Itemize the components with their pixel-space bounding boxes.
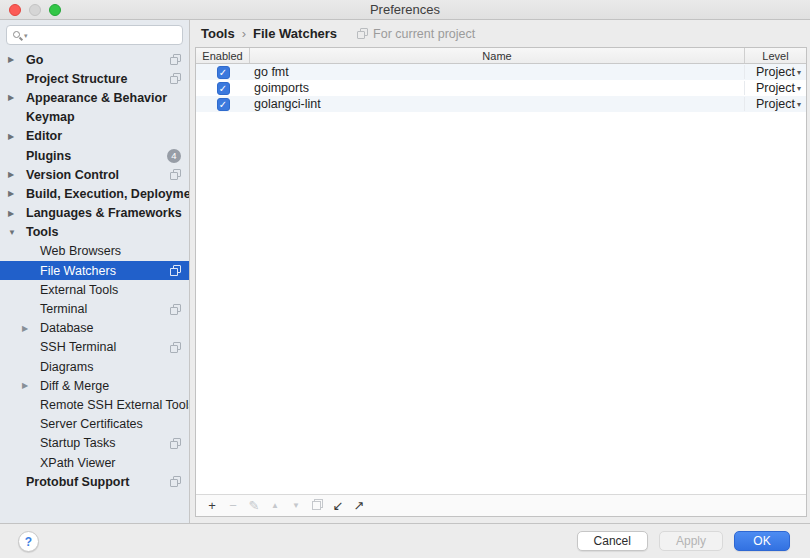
sidebar-item-label: Editor (26, 129, 62, 143)
chevron-right-icon[interactable]: ▶ (8, 132, 26, 141)
content-area: ▾ ▶GoProject Structure▶Appearance & Beha… (0, 20, 810, 523)
sidebar-item-label: XPath Viewer (40, 456, 116, 470)
shared-settings-icon (170, 169, 181, 180)
column-header-level[interactable]: Level (744, 48, 806, 63)
chevron-down-icon: ▾ (797, 100, 801, 109)
enabled-checkbox[interactable] (217, 82, 230, 95)
sidebar-item-indicator: 4 (167, 149, 181, 163)
breadcrumb: Tools › File Watchers For current projec… (190, 20, 810, 47)
sidebar-item-indicator (170, 54, 181, 65)
sidebar-item-project-structure[interactable]: Project Structure (0, 69, 189, 88)
export-icon[interactable]: ↗ (352, 496, 366, 516)
sidebar-item-tools[interactable]: ▼Tools (0, 223, 189, 242)
sidebar-item-build-execution-deployment[interactable]: ▶Build, Execution, Deployment (0, 184, 189, 203)
sidebar-item-label: Startup Tasks (40, 436, 116, 450)
main-panel: Tools › File Watchers For current projec… (190, 20, 810, 523)
sidebar-item-protobuf-support[interactable]: Protobuf Support (0, 472, 189, 491)
chevron-right-icon[interactable]: ▶ (22, 381, 40, 390)
duplicate-icon (310, 496, 324, 516)
chevron-right-icon[interactable]: ▶ (8, 189, 26, 198)
sidebar-item-file-watchers[interactable]: File Watchers (0, 261, 189, 280)
sidebar-item-editor[interactable]: ▶Editor (0, 127, 189, 146)
sidebar-item-indicator (170, 476, 181, 487)
sidebar-item-languages-frameworks[interactable]: ▶Languages & Frameworks (0, 204, 189, 223)
add-icon[interactable]: + (205, 496, 219, 516)
sidebar-item-label: Server Certificates (40, 417, 143, 431)
level-value: Project (756, 81, 795, 95)
plugins-count-badge: 4 (167, 149, 181, 163)
sidebar-item-server-certificates[interactable]: Server Certificates (0, 415, 189, 434)
sidebar-item-label: Build, Execution, Deployment (26, 187, 190, 201)
sidebar-item-indicator (170, 265, 181, 276)
sidebar-item-database[interactable]: ▶Database (0, 319, 189, 338)
shared-settings-icon (170, 438, 181, 449)
import-icon[interactable]: ↙ (331, 496, 345, 516)
chevron-right-icon[interactable]: ▶ (8, 93, 26, 102)
chevron-right-icon[interactable]: ▶ (22, 324, 40, 333)
sidebar-item-label: Web Browsers (40, 244, 121, 258)
shared-settings-icon (357, 28, 368, 39)
apply-button[interactable]: Apply (659, 531, 723, 551)
sidebar-item-label: Go (26, 53, 43, 67)
shared-settings-icon (170, 73, 181, 84)
level-dropdown[interactable]: Project▾ (744, 65, 806, 79)
chevron-right-icon[interactable]: ▶ (8, 170, 26, 179)
sidebar-item-label: Plugins (26, 149, 71, 163)
table-row-golangci-lint[interactable]: golangci-lintProject▾ (196, 96, 806, 112)
sidebar-item-indicator (170, 342, 181, 353)
window-title: Preferences (0, 2, 810, 17)
breadcrumb-tools[interactable]: Tools (201, 26, 235, 41)
sidebar-item-keymap[interactable]: Keymap (0, 108, 189, 127)
sidebar-item-ssh-terminal[interactable]: SSH Terminal (0, 338, 189, 357)
settings-sidebar: ▾ ▶GoProject Structure▶Appearance & Beha… (0, 20, 190, 523)
level-dropdown[interactable]: Project▾ (744, 81, 806, 95)
sidebar-item-label: Diff & Merge (40, 379, 109, 393)
shared-settings-icon (170, 304, 181, 315)
column-header-enabled[interactable]: Enabled (196, 48, 250, 63)
search-options-caret-icon[interactable]: ▾ (24, 32, 28, 39)
chevron-right-icon[interactable]: ▶ (8, 209, 26, 218)
sidebar-item-web-browsers[interactable]: Web Browsers (0, 242, 189, 261)
help-button[interactable]: ? (18, 531, 39, 552)
sidebar-item-external-tools[interactable]: External Tools (0, 280, 189, 299)
sidebar-item-version-control[interactable]: ▶Version Control (0, 165, 189, 184)
chevron-down-icon[interactable]: ▼ (8, 228, 26, 237)
sidebar-item-appearance-behavior[interactable]: ▶Appearance & Behavior (0, 88, 189, 107)
table-row-go-fmt[interactable]: go fmtProject▾ (196, 64, 806, 80)
chevron-down-icon: ▾ (797, 84, 801, 93)
cancel-button[interactable]: Cancel (577, 531, 648, 551)
sidebar-item-plugins[interactable]: Plugins4 (0, 146, 189, 165)
sidebar-item-diff-merge[interactable]: ▶Diff & Merge (0, 376, 189, 395)
breadcrumb-separator-icon: › (242, 26, 246, 41)
scope-note: For current project (357, 27, 475, 41)
sidebar-item-go[interactable]: ▶Go (0, 50, 189, 69)
sidebar-item-label: File Watchers (40, 264, 116, 278)
enabled-checkbox[interactable] (217, 66, 230, 79)
sidebar-item-label: External Tools (40, 283, 118, 297)
sidebar-item-indicator (170, 73, 181, 84)
preferences-window: Preferences ▾ ▶GoProject Structure▶Appea… (0, 0, 810, 558)
sidebar-item-remote-ssh-external-tools[interactable]: Remote SSH External Tools (0, 395, 189, 414)
shared-settings-icon (170, 476, 181, 487)
sidebar-item-label: Version Control (26, 168, 119, 182)
sidebar-item-label: SSH Terminal (40, 340, 116, 354)
chevron-right-icon[interactable]: ▶ (8, 55, 26, 64)
search-input[interactable]: ▾ (6, 25, 183, 45)
sidebar-item-label: Database (40, 321, 94, 335)
sidebar-item-label: Project Structure (26, 72, 127, 86)
titlebar: Preferences (0, 0, 810, 20)
enabled-cell (196, 82, 250, 95)
table-row-goimports[interactable]: goimportsProject▾ (196, 80, 806, 96)
sidebar-item-terminal[interactable]: Terminal (0, 299, 189, 318)
sidebar-item-diagrams[interactable]: Diagrams (0, 357, 189, 376)
sidebar-item-label: Remote SSH External Tools (40, 398, 190, 412)
shared-settings-icon (170, 342, 181, 353)
sidebar-item-startup-tasks[interactable]: Startup Tasks (0, 434, 189, 453)
watcher-name-cell: go fmt (250, 65, 744, 79)
sidebar-item-xpath-viewer[interactable]: XPath Viewer (0, 453, 189, 472)
ok-button[interactable]: OK (734, 531, 790, 551)
level-dropdown[interactable]: Project▾ (744, 97, 806, 111)
column-header-name[interactable]: Name (250, 48, 744, 63)
enabled-checkbox[interactable] (217, 98, 230, 111)
sidebar-item-indicator (170, 169, 181, 180)
